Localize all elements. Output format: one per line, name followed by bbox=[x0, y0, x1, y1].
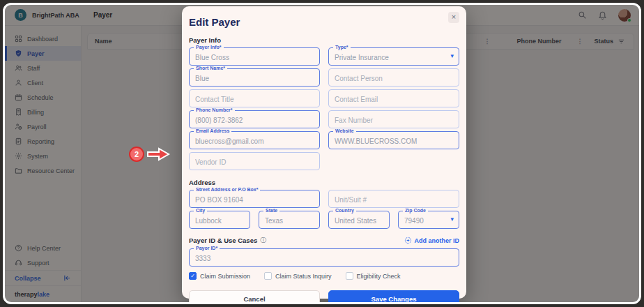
phone-number-field: Phone Number* bbox=[189, 110, 320, 128]
field-label: Country bbox=[333, 208, 356, 214]
vendor-id-input[interactable] bbox=[189, 152, 320, 170]
checkbox-claim-status-inquiry[interactable]: Claim Status Inquiry bbox=[264, 272, 332, 280]
section-label-address: Address bbox=[189, 179, 459, 186]
city-field: City bbox=[189, 211, 250, 229]
checkbox-label: Claim Submission bbox=[200, 273, 250, 280]
checkbox-eligibility-check[interactable]: Eligibility Check bbox=[346, 272, 401, 280]
payer-id-title: Payer ID & Use Cases bbox=[189, 237, 257, 244]
payer-info-field: Payer Info* bbox=[189, 47, 320, 66]
field-label: Email Address bbox=[194, 128, 231, 134]
field-label: Short Name* bbox=[194, 66, 227, 71]
payor-id-row: Payor ID* bbox=[189, 248, 459, 267]
address-grid: Street Address or P.O Box* bbox=[189, 190, 459, 208]
modal-actions: Cancel Save Changes bbox=[189, 290, 459, 304]
payer-info-grid: Payer Info* Type* ▾ Short Name* bbox=[189, 47, 459, 170]
unit-field bbox=[328, 190, 459, 208]
section-label-payer-id: Payer ID & Use Cases ⓘ bbox=[189, 236, 266, 245]
country-field: Country bbox=[328, 211, 390, 229]
zip-code-field: Zip Code ▾ bbox=[398, 211, 459, 229]
cancel-button[interactable]: Cancel bbox=[189, 290, 320, 304]
unit-input[interactable] bbox=[328, 190, 459, 208]
type-field: Type* ▾ bbox=[328, 47, 459, 66]
street-address-field: Street Address or P.O Box* bbox=[189, 190, 320, 208]
close-icon[interactable]: × bbox=[448, 12, 459, 23]
email-address-field: Email Address bbox=[189, 131, 320, 149]
annotation-number-badge: 2 bbox=[129, 147, 144, 162]
plus-circle-icon bbox=[404, 237, 412, 244]
field-label: State bbox=[263, 208, 279, 214]
field-label: Zip Code bbox=[403, 208, 428, 214]
save-changes-button[interactable]: Save Changes bbox=[328, 290, 459, 304]
app-window: B BrightPath ABA Payer Dashboard Payer S… bbox=[3, 3, 641, 304]
grid-spacer bbox=[328, 152, 459, 170]
contact-person-field bbox=[328, 68, 459, 87]
field-label: Payor ID* bbox=[194, 246, 220, 251]
field-label: Payer Info* bbox=[194, 45, 224, 50]
info-icon[interactable]: ⓘ bbox=[260, 236, 266, 245]
website-field: Website bbox=[328, 131, 459, 149]
field-label: City bbox=[194, 208, 207, 214]
state-field: State bbox=[259, 211, 320, 229]
field-label: Phone Number* bbox=[194, 107, 235, 113]
section-label-payer-info: Payer Info bbox=[189, 36, 459, 44]
city-state-grid: City State Country Zip Code ▾ bbox=[189, 211, 459, 229]
edit-payer-modal: × Edit Payer Payer Info Payer Info* Type… bbox=[182, 6, 466, 299]
contact-title-field bbox=[189, 89, 320, 107]
short-name-field: Short Name* bbox=[189, 68, 320, 87]
payor-id-input[interactable] bbox=[189, 248, 459, 267]
annotation-step-2: 2 bbox=[129, 147, 170, 162]
checkbox-label: Eligibility Check bbox=[357, 273, 401, 280]
contact-email-field bbox=[328, 89, 459, 107]
field-label: Type* bbox=[333, 45, 351, 50]
checkbox-unchecked-icon[interactable] bbox=[264, 272, 272, 280]
checkbox-unchecked-icon[interactable] bbox=[346, 272, 353, 280]
field-label: Street Address or P.O Box* bbox=[194, 187, 260, 193]
field-label: Website bbox=[333, 128, 356, 134]
payor-id-field: Payor ID* bbox=[189, 248, 459, 267]
contact-email-input[interactable] bbox=[328, 89, 459, 107]
add-another-id-label: Add another ID bbox=[415, 237, 460, 244]
payer-id-section-header: Payer ID & Use Cases ⓘ Add another ID bbox=[189, 236, 459, 245]
fax-number-field bbox=[328, 110, 459, 128]
checkbox-claim-submission[interactable]: ✓ Claim Submission bbox=[189, 272, 250, 280]
vendor-id-field bbox=[189, 152, 320, 170]
fax-number-input[interactable] bbox=[328, 110, 459, 128]
contact-title-input[interactable] bbox=[189, 89, 320, 107]
modal-title: Edit Payer bbox=[189, 16, 459, 28]
use-case-checkboxes: ✓ Claim Submission Claim Status Inquiry … bbox=[189, 272, 459, 280]
checkbox-label: Claim Status Inquiry bbox=[275, 273, 332, 280]
contact-person-input[interactable] bbox=[328, 68, 459, 87]
checkbox-checked-icon[interactable]: ✓ bbox=[189, 272, 197, 280]
add-another-id-button[interactable]: Add another ID bbox=[404, 237, 460, 244]
annotation-arrow-icon bbox=[146, 147, 170, 162]
